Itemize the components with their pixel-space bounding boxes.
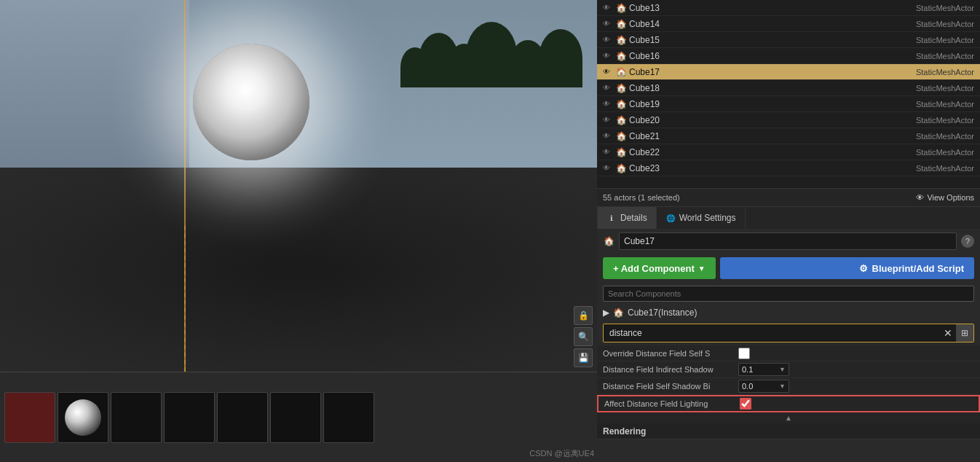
outliner-row-cube20[interactable]: 👁 🏠 Cube20 StaticMeshActor xyxy=(597,112,980,128)
trees-silhouette xyxy=(379,0,597,87)
tab-details[interactable]: ℹ Details xyxy=(597,207,657,229)
actor-icon: 🏠 xyxy=(615,130,627,142)
thumbnail-7[interactable] xyxy=(323,392,374,443)
actor-name-input[interactable] xyxy=(619,232,957,250)
actor-name: Cube21 xyxy=(629,131,916,141)
thumbnail-4[interactable] xyxy=(164,392,215,443)
viewport-side-buttons: 🔒 🔍 💾 xyxy=(574,306,593,367)
view-options-button[interactable]: 👁 View Options xyxy=(916,193,974,202)
world-settings-icon: 🌐 xyxy=(665,213,676,223)
visibility-icon[interactable]: 👁 xyxy=(600,114,613,127)
tab-details-label: Details xyxy=(620,213,647,223)
actor-icon: 🏠 xyxy=(615,2,627,14)
visibility-icon[interactable]: 👁 xyxy=(600,34,613,47)
blueprint-button[interactable]: ⚙ Blueprint/Add Script xyxy=(720,257,974,279)
thumbnail-1[interactable] xyxy=(4,392,55,443)
tab-world-settings-label: World Settings xyxy=(679,213,736,223)
details-panel: ℹ Details 🌐 World Settings 🏠 ? + Add Com… xyxy=(597,207,980,462)
content-browser-bar xyxy=(0,372,597,462)
thumbnail-5[interactable] xyxy=(217,392,268,443)
actor-icon: 🏠 xyxy=(615,146,627,158)
thumbnail-2[interactable] xyxy=(58,392,108,443)
help-button[interactable]: ? xyxy=(961,235,974,248)
visibility-icon[interactable]: 👁 xyxy=(600,82,613,95)
visibility-icon[interactable]: 👁 xyxy=(600,17,613,31)
prop-value-text-1: 0.1 xyxy=(742,365,778,374)
outliner-row-cube16[interactable]: 👁 🏠 Cube16 StaticMeshActor xyxy=(597,48,980,64)
actor-icon: 🏠 xyxy=(615,18,627,30)
actor-name: Cube20 xyxy=(629,115,916,125)
prop-value-box-2[interactable]: 0.0 ▼ xyxy=(738,380,789,393)
component-instance-item[interactable]: ▶ 🏠 Cube17(Instance) xyxy=(597,305,980,321)
prop-label-3: Affect Distance Field Lighting xyxy=(604,399,735,408)
outliner-row-cube17[interactable]: 👁 🏠 Cube17 StaticMeshActor xyxy=(597,64,980,80)
filter-section: ✕ ⊞ xyxy=(603,324,974,342)
rendering-section-header[interactable]: Rendering xyxy=(597,423,980,439)
visibility-icon[interactable]: 👁 xyxy=(600,66,613,79)
add-component-button[interactable]: + Add Component ▼ xyxy=(603,257,716,279)
viewport-container: 🔒 🔍 💾 CSDN @远离UE4 xyxy=(0,0,597,462)
actor-type: StaticMeshActor xyxy=(916,68,974,77)
actor-type: StaticMeshActor xyxy=(916,116,974,125)
eye-icon: 👁 xyxy=(916,193,924,202)
prop-checkbox-0[interactable] xyxy=(738,348,750,359)
prop-row-0: Override Distance Field Self S xyxy=(597,345,980,361)
ground xyxy=(0,168,597,372)
visibility-icon[interactable]: 👁 xyxy=(600,146,613,159)
outliner-row-cube14[interactable]: 👁 🏠 Cube14 StaticMeshActor xyxy=(597,16,980,32)
actor-type: StaticMeshActor xyxy=(916,4,974,12)
actor-name: Cube18 xyxy=(629,83,916,93)
viewport-3d[interactable] xyxy=(0,0,597,372)
visibility-icon[interactable]: 👁 xyxy=(600,1,613,15)
outliner-row-cube13[interactable]: 👁 🏠 Cube13 StaticMeshActor xyxy=(597,0,980,16)
actor-name: Cube19 xyxy=(629,99,916,109)
viewport-search-button[interactable]: 🔍 xyxy=(574,327,593,346)
outliner-row-cube19[interactable]: 👁 🏠 Cube19 StaticMeshActor xyxy=(597,96,980,112)
visibility-icon[interactable]: 👁 xyxy=(600,130,613,143)
tabs-row: ℹ Details 🌐 World Settings xyxy=(597,207,980,229)
filter-input[interactable] xyxy=(604,328,940,338)
blueprint-label: Blueprint/Add Script xyxy=(872,263,964,274)
prop-label-2: Distance Field Self Shadow Bi xyxy=(603,382,734,391)
gear-icon: ⚙ xyxy=(859,263,868,274)
watermark: CSDN @远离UE4 xyxy=(529,448,594,459)
outliner-row-cube22[interactable]: 👁 🏠 Cube22 StaticMeshActor xyxy=(597,144,980,160)
visibility-icon[interactable]: 👁 xyxy=(600,98,613,111)
prop-checkbox-highlighted-3[interactable] xyxy=(740,398,751,410)
actor-type: StaticMeshActor xyxy=(916,100,974,109)
actor-name: Cube13 xyxy=(629,3,916,13)
visibility-icon[interactable]: 👁 xyxy=(600,50,613,63)
prop-row-2: Distance Field Self Shadow Bi 0.0 ▼ xyxy=(597,378,980,395)
thumbnail-3[interactable] xyxy=(111,392,162,443)
viewport-save-button[interactable]: 💾 xyxy=(574,348,593,367)
prop-value-box-1[interactable]: 0.1 ▼ xyxy=(738,363,789,376)
actor-name: Cube15 xyxy=(629,35,916,45)
prop-row-1: Distance Field Indirect Shadow 0.1 ▼ xyxy=(597,361,980,378)
search-row xyxy=(597,283,980,305)
prop-label-0: Override Distance Field Self S xyxy=(603,349,734,358)
outliner-row-cube23[interactable]: 👁 🏠 Cube23 StaticMeshActor xyxy=(597,160,980,176)
tree6 xyxy=(400,47,430,87)
component-instance-label: Cube17(Instance) xyxy=(628,308,697,318)
thumbnail-6[interactable] xyxy=(270,392,321,443)
visibility-icon[interactable]: 👁 xyxy=(600,162,613,175)
add-component-label: + Add Component xyxy=(613,263,695,274)
actor-icon: 🏠 xyxy=(615,50,627,62)
status-bar: 55 actors (1 selected) 👁 View Options xyxy=(597,188,980,207)
search-components-input[interactable] xyxy=(603,286,974,302)
outliner: 👁 🏠 Cube13 StaticMeshActor 👁 🏠 Cube14 St… xyxy=(597,0,980,188)
outliner-row-cube15[interactable]: 👁 🏠 Cube15 StaticMeshActor xyxy=(597,32,980,48)
prop-arrow-2: ▼ xyxy=(779,383,786,390)
tab-world-settings[interactable]: 🌐 World Settings xyxy=(657,207,746,229)
filter-input-row: ✕ ⊞ xyxy=(603,324,974,342)
outliner-row-cube21[interactable]: 👁 🏠 Cube21 StaticMeshActor xyxy=(597,128,980,144)
viewport-lock-button[interactable]: 🔒 xyxy=(574,306,593,325)
actor-type: StaticMeshActor xyxy=(916,132,974,141)
actor-type: StaticMeshActor xyxy=(916,52,974,60)
actor-icon: 🏠 xyxy=(615,114,627,126)
outliner-row-cube18[interactable]: 👁 🏠 Cube18 StaticMeshActor xyxy=(597,80,980,96)
filter-clear-button[interactable]: ✕ xyxy=(940,325,956,341)
filter-grid-button[interactable]: ⊞ xyxy=(956,324,973,342)
actor-name: Cube17 xyxy=(629,67,916,77)
prop-label-1: Distance Field Indirect Shadow xyxy=(603,365,734,374)
